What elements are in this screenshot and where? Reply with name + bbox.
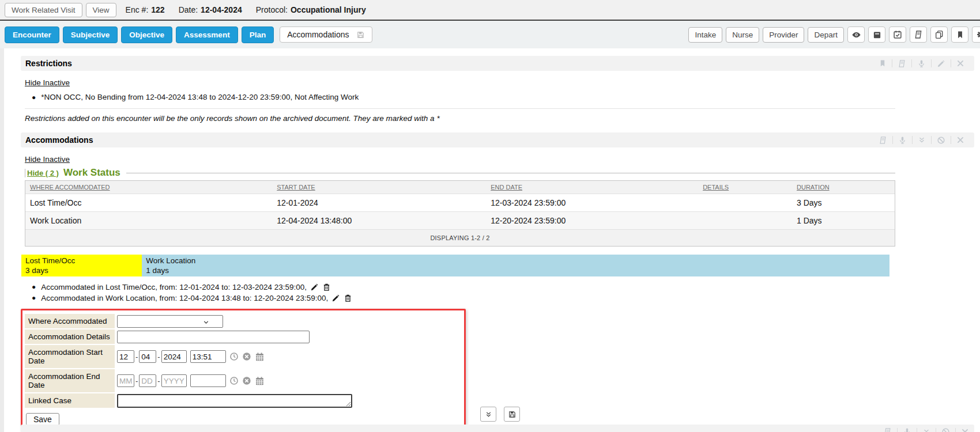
accommodation-entry-text: Accommodated in Work Location, from: 12-… (41, 294, 328, 302)
archive-box-icon (873, 31, 881, 39)
book-icon[interactable] (883, 427, 892, 432)
icon-divider (911, 59, 912, 67)
calendar-button[interactable] (889, 26, 906, 43)
bookmark-icon[interactable] (879, 59, 887, 67)
disable-icon[interactable] (941, 427, 950, 432)
stage-depart-button[interactable]: Depart (808, 27, 844, 43)
clock-icon[interactable] (229, 352, 239, 361)
clock-icon[interactable] (229, 376, 239, 385)
calendar-picker-icon[interactable] (255, 376, 265, 386)
eye-button[interactable] (847, 26, 865, 43)
pencil-icon[interactable] (937, 59, 945, 68)
document-tab-accommodations[interactable]: Accommodations (280, 26, 372, 43)
tab-encounter[interactable]: Encounter (5, 26, 59, 43)
form-row-details: Accommodation Details (25, 329, 461, 344)
book-button[interactable] (910, 26, 927, 43)
stage-nurse-button[interactable]: Nurse (726, 27, 759, 43)
delete-accommodation-icon[interactable] (322, 283, 331, 291)
collapse-section-button[interactable] (480, 407, 496, 422)
accommodation-entry-text: Accommodated in Lost Time/Occ, from: 12-… (41, 283, 307, 291)
tab-subjective[interactable]: Subjective (63, 26, 118, 43)
clear-date-icon[interactable] (242, 376, 251, 385)
linked-case-input[interactable] (117, 394, 352, 408)
bullet-dot: ● (32, 283, 36, 291)
end-month-input[interactable] (117, 374, 134, 387)
restrictions-header-actions (873, 59, 970, 68)
encounter-date-value: 12-04-2024 (201, 5, 242, 14)
stage-intake-button[interactable]: Intake (688, 27, 722, 43)
table-row[interactable]: Work Location 12-04-2024 13:48:00 12-20-… (25, 211, 895, 229)
clear-date-icon[interactable] (242, 352, 251, 361)
close-icon[interactable] (956, 136, 964, 144)
fieldset-border-tick (25, 169, 25, 177)
column-header-end-date[interactable]: END DATE (486, 181, 698, 194)
gear-icon (976, 30, 980, 39)
form-row-linked-case: Linked Case (25, 393, 461, 408)
calendar-picker-icon[interactable] (255, 352, 265, 362)
start-year-input[interactable] (161, 350, 187, 363)
accommodations-section-header: Accommodations (21, 132, 974, 147)
restrictions-section-header: Restrictions (21, 56, 974, 71)
accommodation-details-label: Accommodation Details (25, 329, 115, 344)
end-day-input[interactable] (139, 374, 156, 387)
cell-details (698, 211, 792, 229)
stage-provider-button[interactable]: Provider (763, 27, 804, 43)
column-header-details[interactable]: DETAILS (698, 181, 792, 194)
view-button[interactable]: View (86, 3, 116, 17)
cell-end: 12-03-2024 23:59:00 (486, 194, 698, 211)
collapse-icon[interactable] (918, 136, 926, 144)
where-accommodated-select[interactable] (117, 315, 223, 328)
cell-start: 12-04-2024 13:48:00 (272, 211, 486, 229)
form-row-start-date: Accommodation Start Date - - (25, 345, 461, 368)
archive-button[interactable] (868, 26, 885, 43)
date-separator: - (157, 377, 160, 385)
form-row-end-date: Accommodation End Date - - (25, 369, 461, 392)
settings-button[interactable] (972, 26, 980, 43)
cell-where: Work Location (25, 211, 272, 229)
work-related-visit-button[interactable]: Work Related Visit (5, 3, 82, 17)
edit-accommodation-icon[interactable] (331, 294, 340, 302)
end-year-input[interactable] (161, 374, 187, 387)
work-status-legend: Hide ( 2 ) Work Status (25, 167, 895, 179)
tab-assessment[interactable]: Assessment (176, 26, 238, 43)
bullet-dot: ● (32, 294, 36, 302)
copy-button[interactable] (930, 26, 948, 43)
column-header-where-accommodated[interactable]: WHERE ACCOMMODATED (25, 181, 272, 194)
close-icon[interactable] (961, 428, 969, 432)
table-paging-status: DISPLAYING 1-2 / 2 (25, 229, 895, 246)
microphone-icon[interactable] (917, 59, 926, 68)
column-header-start-date[interactable]: START DATE (272, 181, 486, 194)
start-day-input[interactable] (139, 350, 156, 363)
delete-accommodation-icon[interactable] (344, 294, 352, 302)
restrictions-hide-inactive-link[interactable]: Hide Inactive (25, 78, 70, 87)
book-icon[interactable] (898, 59, 906, 68)
collapse-icon[interactable] (922, 428, 930, 432)
chevron-down-icon (202, 319, 210, 326)
encounter-top-bar: Work Related Visit View Enc #:122 Date:1… (0, 0, 980, 21)
list-item: ● Accommodated in Lost Time/Occ, from: 1… (32, 282, 974, 292)
start-month-input[interactable] (117, 350, 134, 363)
work-status-hide-link[interactable]: Hide ( 2 ) (27, 169, 59, 177)
copy-icon (934, 30, 944, 39)
close-icon[interactable] (956, 59, 964, 67)
start-time-input[interactable] (190, 350, 226, 363)
form-row-where: Where Accommodated (25, 314, 461, 328)
table-row[interactable]: Lost Time/Occ 12-01-2024 12-03-2024 23:5… (25, 194, 895, 211)
microphone-icon[interactable] (903, 427, 911, 432)
tab-plan[interactable]: Plan (242, 26, 274, 43)
icon-divider (892, 59, 892, 67)
tab-objective[interactable]: Objective (121, 26, 172, 43)
book-icon[interactable] (879, 136, 887, 145)
accommodations-hide-inactive-link[interactable]: Hide Inactive (25, 155, 70, 164)
edit-accommodation-icon[interactable] (310, 283, 319, 291)
column-header-duration[interactable]: DURATION (792, 181, 895, 194)
save-section-button[interactable] (504, 407, 520, 422)
bookmark-button[interactable] (951, 26, 968, 43)
timeline-segment-lost-time: Lost Time/Occ 3 days (21, 255, 142, 276)
accommodation-details-input[interactable] (117, 331, 310, 343)
microphone-icon[interactable] (898, 136, 907, 145)
end-time-input[interactable] (190, 374, 226, 387)
accommodation-end-date-label: Accommodation End Date (25, 369, 115, 392)
save-button[interactable]: Save (26, 413, 59, 426)
disable-icon[interactable] (937, 136, 945, 145)
